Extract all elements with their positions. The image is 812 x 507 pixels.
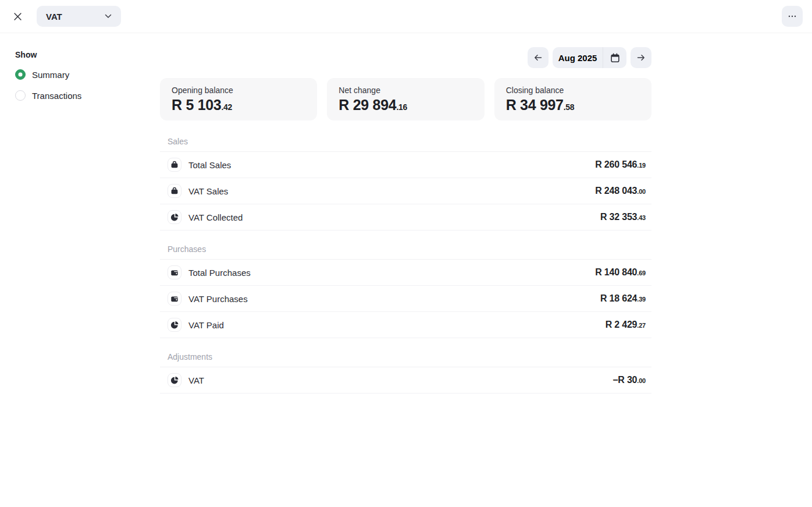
radio-option[interactable]: Transactions bbox=[15, 90, 143, 101]
calendar-icon bbox=[603, 53, 626, 63]
row-label: VAT Paid bbox=[188, 320, 224, 330]
bag-icon bbox=[168, 184, 181, 198]
radio-group: Summary Transactions bbox=[15, 69, 143, 101]
report-section: Adjustments VAT −R 30.00 bbox=[160, 352, 651, 393]
wallet-icon bbox=[168, 265, 181, 279]
next-month-button[interactable] bbox=[631, 47, 651, 68]
arrow-right-icon bbox=[636, 54, 646, 62]
date-navigation: Aug 2025 bbox=[160, 47, 651, 68]
section-rows: Total Sales R 260 546.19 VAT Sales R 248… bbox=[160, 152, 651, 231]
amount-cents: .16 bbox=[396, 102, 407, 112]
report-row: VAT Paid R 2 429.27 bbox=[160, 312, 651, 338]
balance-card: Opening balance R 5 103.42 bbox=[160, 78, 317, 120]
ellipsis-icon bbox=[788, 15, 796, 17]
show-label: Show bbox=[15, 50, 143, 59]
report-type-dropdown[interactable]: VAT bbox=[37, 6, 121, 27]
balance-card-label: Net change bbox=[339, 86, 472, 95]
arrow-left-icon bbox=[533, 54, 543, 62]
radio-option-label: Transactions bbox=[32, 91, 81, 101]
balance-card: Closing balance R 34 997.58 bbox=[494, 78, 651, 120]
main-content: Aug 2025 Opening balance R 5 103.42 bbox=[160, 33, 651, 393]
amount-main: R 18 624 bbox=[600, 293, 637, 303]
amount-cents: .58 bbox=[564, 102, 575, 112]
report-row: VAT −R 30.00 bbox=[160, 367, 651, 393]
section-title: Purchases bbox=[160, 244, 651, 260]
month-picker[interactable]: Aug 2025 bbox=[553, 47, 626, 68]
amount-cents: .69 bbox=[637, 270, 646, 276]
report-section: Purchases Total Purchases R 140 840.69 V… bbox=[160, 244, 651, 338]
close-button[interactable] bbox=[7, 6, 28, 27]
row-label: VAT Purchases bbox=[188, 294, 248, 304]
pie-chart-icon bbox=[168, 373, 181, 387]
summary-cards: Opening balance R 5 103.42 Net change R … bbox=[160, 78, 651, 120]
report-row: VAT Collected R 32 353.43 bbox=[160, 204, 651, 231]
chevron-down-icon bbox=[105, 14, 112, 19]
report-row: Total Sales R 260 546.19 bbox=[160, 152, 651, 178]
balance-card-amount: R 5 103.42 bbox=[172, 97, 305, 114]
row-amount: R 260 546.19 bbox=[595, 159, 646, 170]
balance-card: Net change R 29 894.16 bbox=[327, 78, 484, 120]
amount-cents: .19 bbox=[637, 162, 646, 169]
report-type-label: VAT bbox=[46, 12, 62, 22]
row-label: VAT Sales bbox=[188, 186, 228, 196]
radio-option-label: Summary bbox=[32, 70, 69, 80]
row-amount: R 140 840.69 bbox=[595, 267, 646, 278]
amount-main: R 32 353 bbox=[600, 212, 637, 222]
pie-chart-icon bbox=[168, 210, 181, 224]
report-row: VAT Purchases R 18 624.39 bbox=[160, 286, 651, 312]
section-rows: Total Purchases R 140 840.69 VAT Purchas… bbox=[160, 260, 651, 338]
previous-month-button[interactable] bbox=[528, 47, 549, 68]
row-amount: −R 30.00 bbox=[612, 375, 646, 385]
section-title: Sales bbox=[160, 137, 651, 152]
report-row: Total Purchases R 140 840.69 bbox=[160, 260, 651, 286]
amount-main: R 29 894 bbox=[339, 97, 396, 113]
row-label: VAT Collected bbox=[188, 212, 243, 222]
amount-main: R 248 043 bbox=[595, 186, 637, 196]
balance-card-label: Opening balance bbox=[172, 86, 305, 95]
radio-icon bbox=[15, 69, 26, 80]
section-title: Adjustments bbox=[160, 352, 651, 367]
row-amount: R 2 429.27 bbox=[606, 320, 646, 330]
row-amount: R 248 043.00 bbox=[595, 186, 646, 196]
bag-icon bbox=[168, 158, 181, 172]
vat-report-page: VAT Show Summary Transactions bbox=[0, 0, 812, 507]
row-label: Total Purchases bbox=[188, 268, 251, 278]
row-amount: R 18 624.39 bbox=[600, 293, 646, 304]
row-label: Total Sales bbox=[188, 160, 231, 170]
section-rows: VAT −R 30.00 bbox=[160, 367, 651, 393]
balance-card-label: Closing balance bbox=[506, 86, 640, 95]
amount-cents: .00 bbox=[637, 188, 646, 195]
row-amount: R 32 353.43 bbox=[600, 212, 646, 222]
report-section: Sales Total Sales R 260 546.19 VAT Sales… bbox=[160, 137, 651, 231]
header: VAT bbox=[0, 0, 812, 33]
amount-cents: .00 bbox=[637, 377, 646, 384]
amount-main: R 260 546 bbox=[595, 159, 637, 169]
row-label: VAT bbox=[188, 375, 204, 385]
radio-option[interactable]: Summary bbox=[15, 69, 143, 80]
amount-main: −R 30 bbox=[612, 375, 637, 385]
close-icon bbox=[14, 13, 22, 20]
show-filter-panel: Show Summary Transactions bbox=[15, 50, 143, 101]
report-sections: Sales Total Sales R 260 546.19 VAT Sales… bbox=[160, 137, 651, 393]
amount-cents: .27 bbox=[637, 322, 646, 329]
report-row: VAT Sales R 248 043.00 bbox=[160, 178, 651, 204]
amount-cents: .42 bbox=[221, 102, 232, 112]
amount-main: R 34 997 bbox=[506, 97, 564, 113]
amount-main: R 5 103 bbox=[172, 97, 221, 113]
balance-card-amount: R 29 894.16 bbox=[339, 97, 472, 114]
month-label: Aug 2025 bbox=[553, 53, 603, 63]
radio-icon bbox=[15, 90, 26, 101]
amount-cents: .39 bbox=[637, 296, 646, 303]
more-options-button[interactable] bbox=[782, 6, 803, 27]
amount-main: R 2 429 bbox=[606, 320, 638, 329]
balance-card-amount: R 34 997.58 bbox=[506, 97, 640, 114]
amount-main: R 140 840 bbox=[595, 267, 637, 277]
pie-chart-icon bbox=[168, 318, 181, 332]
amount-cents: .43 bbox=[637, 214, 646, 221]
wallet-icon bbox=[168, 292, 181, 306]
